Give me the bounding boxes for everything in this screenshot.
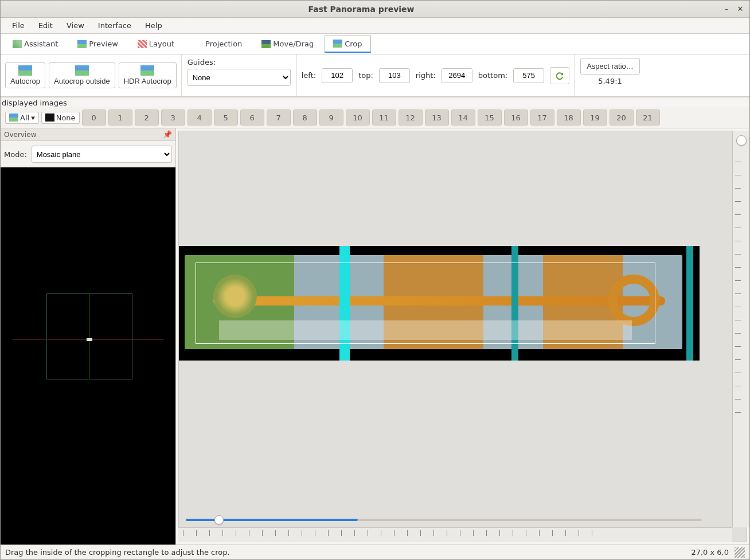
- tab-assistant[interactable]: Assistant: [4, 36, 67, 52]
- toggle-none-label: None: [56, 113, 76, 122]
- seam-marker-3: [686, 246, 693, 361]
- projection-icon: [194, 40, 203, 48]
- image-toggle-17[interactable]: 17: [530, 109, 554, 126]
- image-toggle-8[interactable]: 8: [293, 109, 317, 126]
- menu-help[interactable]: Help: [138, 19, 169, 32]
- guides-select[interactable]: None: [188, 69, 291, 86]
- assistant-icon: [13, 40, 22, 48]
- right-label: right:: [416, 71, 436, 80]
- toggle-all-label: All: [20, 113, 29, 122]
- autocrop-outside-icon: [75, 65, 89, 76]
- reset-crop-button[interactable]: [550, 67, 569, 84]
- mode-select[interactable]: Mosaic plane: [32, 146, 172, 163]
- tab-preview[interactable]: Preview: [69, 36, 127, 52]
- tab-crop-label: Crop: [345, 40, 362, 48]
- aspect-ratio-label: Aspect ratio…: [587, 62, 634, 71]
- status-coords: 27,0 x 6,0: [691, 548, 729, 557]
- image-toggle-18[interactable]: 18: [557, 109, 581, 126]
- none-icon: [45, 113, 54, 122]
- tab-projection-label: Projection: [205, 40, 242, 48]
- image-toggle-14[interactable]: 14: [451, 109, 475, 126]
- overview-cross-v: [89, 293, 90, 379]
- autocrop-icon: [18, 65, 32, 76]
- tab-projection[interactable]: Projection: [185, 36, 251, 52]
- resize-grip-icon[interactable]: [735, 547, 745, 558]
- menu-interface[interactable]: Interface: [91, 19, 138, 32]
- image-toggle-11[interactable]: 11: [372, 109, 396, 126]
- canvas-wrap: [176, 128, 749, 545]
- minimize-button[interactable]: –: [721, 3, 732, 15]
- image-index-list: 0123456789101112131415161718192021: [82, 109, 745, 126]
- image-toggle-15[interactable]: 15: [478, 109, 502, 126]
- tab-layout[interactable]: Layout: [129, 36, 183, 52]
- v-slider-knob[interactable]: [736, 135, 747, 146]
- crop-options: Autocrop Autocrop outside HDR Autocrop G…: [1, 54, 749, 97]
- panorama-image: [179, 246, 700, 361]
- window-title: Fast Panorama preview: [4, 5, 718, 14]
- zoom-slider-track[interactable]: [186, 519, 358, 521]
- guides-label: Guides:: [188, 58, 216, 66]
- image-toggle-13[interactable]: 13: [425, 109, 449, 126]
- overview-panel: Overview 📌 Mode: Mosaic plane: [1, 128, 176, 545]
- hdr-autocrop-label: HDR Autocrop: [124, 77, 171, 85]
- image-toggle-1[interactable]: 1: [108, 109, 132, 126]
- autocrop-outside-button[interactable]: Autocrop outside: [49, 62, 115, 88]
- toggle-all[interactable]: All ▾: [5, 112, 39, 124]
- image-toggle-19[interactable]: 19: [583, 109, 607, 126]
- vertical-ruler[interactable]: [732, 131, 749, 527]
- tabbar: Assistant Preview Layout Projection Move…: [1, 34, 749, 54]
- overview-canvas[interactable]: [1, 167, 175, 545]
- left-label: left:: [302, 71, 316, 80]
- tab-assistant-label: Assistant: [24, 40, 58, 48]
- autocrop-button[interactable]: Autocrop: [5, 62, 45, 88]
- status-hint: Drag the inside of the cropping rectangl…: [5, 548, 230, 557]
- image-toggle-2[interactable]: 2: [135, 109, 159, 126]
- horizontal-ruler[interactable]: [178, 527, 732, 542]
- left-input[interactable]: [322, 68, 353, 83]
- bottom-label: bottom:: [478, 71, 507, 80]
- top-label: top:: [358, 71, 373, 80]
- top-input[interactable]: [379, 68, 410, 83]
- aspect-ratio-value: 5,49:1: [598, 77, 622, 85]
- bottom-input[interactable]: [513, 68, 544, 83]
- tab-move-label: Move/Drag: [273, 40, 314, 48]
- dropdown-icon: ▾: [31, 113, 35, 122]
- image-toggle-16[interactable]: 16: [504, 109, 528, 126]
- image-toggle-21[interactable]: 21: [636, 109, 660, 126]
- image-toggle-6[interactable]: 6: [240, 109, 264, 126]
- image-toggle-5[interactable]: 5: [214, 109, 238, 126]
- tab-move-drag[interactable]: Move/Drag: [253, 36, 322, 52]
- menu-view[interactable]: View: [60, 19, 91, 32]
- menubar: File Edit View Interface Help: [1, 18, 749, 34]
- crop-icon: [333, 40, 342, 48]
- menu-edit[interactable]: Edit: [32, 19, 60, 32]
- toggle-none[interactable]: None: [41, 112, 80, 124]
- mode-label: Mode:: [4, 150, 27, 159]
- image-toggle-20[interactable]: 20: [610, 109, 634, 126]
- tab-crop[interactable]: Crop: [325, 36, 370, 53]
- overview-title: Overview: [4, 131, 37, 139]
- pin-icon[interactable]: 📌: [163, 130, 172, 139]
- overview-marker: [87, 338, 92, 341]
- crop-mask-overlay: [219, 320, 632, 340]
- zoom-slider-knob[interactable]: [214, 515, 224, 524]
- autocrop-label: Autocrop: [10, 77, 40, 85]
- tab-layout-label: Layout: [149, 40, 174, 48]
- close-button[interactable]: ✕: [735, 3, 746, 15]
- image-toggle-12[interactable]: 12: [399, 109, 423, 126]
- status-bar: Drag the inside of the cropping rectangl…: [1, 545, 749, 559]
- preview-canvas[interactable]: [178, 131, 747, 542]
- redo-icon: [554, 71, 565, 81]
- menu-file[interactable]: File: [5, 19, 32, 32]
- image-toggle-7[interactable]: 7: [267, 109, 291, 126]
- hdr-autocrop-button[interactable]: HDR Autocrop: [119, 62, 177, 88]
- image-toggle-9[interactable]: 9: [319, 109, 343, 126]
- image-toggle-4[interactable]: 4: [188, 109, 212, 126]
- image-toggle-10[interactable]: 10: [346, 109, 370, 126]
- right-input[interactable]: [442, 68, 472, 83]
- tab-preview-label: Preview: [89, 40, 118, 48]
- autocrop-outside-label: Autocrop outside: [54, 77, 110, 85]
- image-toggle-3[interactable]: 3: [161, 109, 185, 126]
- image-toggle-0[interactable]: 0: [82, 109, 106, 126]
- aspect-ratio-button[interactable]: Aspect ratio…: [580, 58, 640, 75]
